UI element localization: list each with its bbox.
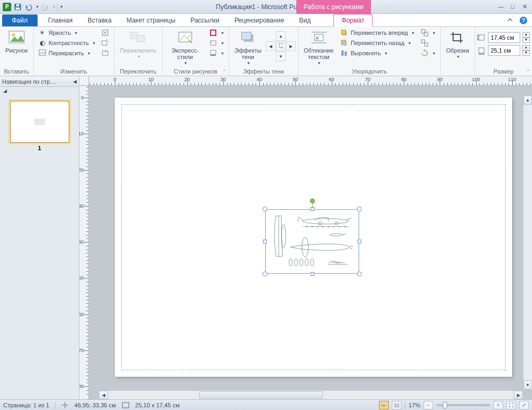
status-page[interactable]: Страница: 1 из 1 [3,402,49,408]
send-backward-label: Переместить назад [351,40,404,46]
caption-button[interactable]: ▼ [207,48,227,58]
redo-dropdown[interactable]: ▼ [52,5,56,9]
nudge-shadow-up[interactable]: ▲ [276,31,286,41]
width-down[interactable]: ▼ [522,50,530,56]
navigation-title: Навигация по стр… [2,78,56,85]
group-size-label[interactable]: Размер [477,68,530,76]
tab-review[interactable]: Рецензирование [227,14,292,26]
tab-view[interactable]: Вид [291,14,318,26]
vertical-scrollbar[interactable]: ▲ ▼ [523,96,532,390]
ungroup-button[interactable] [418,38,438,48]
horizontal-scrollbar[interactable]: ◀ ▶ [99,390,523,399]
rotate-button[interactable]: ▼ [418,48,438,58]
height-up[interactable]: ▲ [522,32,530,38]
svg-rect-10 [103,51,108,55]
page[interactable] [115,98,512,377]
brightness-button[interactable]: ☀ Яркость ▼ [36,28,98,38]
picture-border-button[interactable]: ▼ [207,28,227,38]
resize-handle-se[interactable] [357,272,362,276]
rotate-icon [420,49,429,57]
resize-handle-nw[interactable] [263,207,267,211]
fit-width[interactable]: ⤢ [519,401,529,409]
undo-dropdown[interactable]: ▼ [35,5,39,9]
compress-button[interactable] [99,28,112,38]
shadow-toggle[interactable] [276,41,286,51]
tab-home[interactable]: Главная [41,14,81,26]
tab-insert[interactable]: Вставка [80,14,119,26]
picture-button[interactable]: Рисунок [2,28,31,55]
scroll-left[interactable]: ◀ [99,391,108,399]
reset-picture-button[interactable] [99,48,112,58]
nudge-shadow-down[interactable]: ▼ [276,52,286,61]
crop-button[interactable]: Обрезка ▼ [443,28,472,60]
close-button[interactable]: ✕ [520,3,529,11]
tab-page-layout[interactable]: Макет страницы [119,14,183,26]
swap-icon [129,29,147,46]
tab-mailings[interactable]: Рассылки [183,14,227,26]
resize-handle-w[interactable] [263,240,267,244]
page-viewport[interactable]: ▲ ▼ ◀ ▶ [89,86,532,399]
save-icon[interactable] [13,2,23,12]
resize-handle-s[interactable] [310,272,314,276]
resize-handle-ne[interactable] [357,207,362,211]
group-button[interactable]: ▼ [418,28,438,38]
maximize-button[interactable]: □ [508,3,517,11]
recolor-button[interactable]: Перекрасить ▼ [36,48,98,58]
svg-rect-38 [479,48,484,53]
picture-shape-button[interactable]: ▼ [207,38,227,48]
vertical-ruler[interactable]: 01020304050607080 [79,86,89,399]
send-backward-button[interactable]: Переместить назад ▼ [338,38,417,48]
redo-icon[interactable] [40,2,50,12]
view-single-page[interactable]: ▭ [379,401,389,409]
ribbon-tabs: Файл Главная Вставка Макет страницы Расс… [0,14,532,27]
contrast-button[interactable]: ◐ Контрастность ▼ [36,38,98,48]
quick-access-toolbar: P ▼ ▼ ▼ [0,2,65,12]
app-icon[interactable]: P [2,2,12,12]
navigation-collapse[interactable]: ◀ [73,79,77,84]
resize-handle-sw[interactable] [263,272,267,276]
svg-point-40 [303,218,348,224]
nav-zoom[interactable]: ◢ [0,87,79,94]
horizontal-ruler[interactable]: 0102030405060708090100110 [89,76,532,86]
selected-picture[interactable] [265,209,359,274]
scroll-up[interactable]: ▲ [523,96,532,105]
ruler-corner[interactable] [79,76,89,86]
group-styles-label[interactable]: Стили рисунков [165,68,227,76]
scroll-down[interactable]: ▼ [523,380,532,390]
fit-page[interactable]: ⛶ [506,401,516,409]
nudge-shadow-left[interactable]: ◀ [266,41,275,51]
width-input[interactable] [488,45,520,56]
nudge-shadow-right[interactable]: ▶ [286,41,296,51]
resize-handle-e[interactable] [358,240,361,244]
zoom-out[interactable]: − [424,401,433,409]
height-icon [477,33,486,42]
zoom-slider[interactable] [436,404,490,406]
resize-handle-n[interactable] [310,207,314,211]
tab-format[interactable]: Формат [333,14,373,27]
height-input[interactable] [488,32,520,43]
minimize-ribbon-icon[interactable] [506,16,515,25]
undo-icon[interactable] [24,2,33,12]
shadow-effects-button[interactable]: Эффекты тени ▼ [231,28,265,66]
scroll-right[interactable]: ▶ [514,391,523,399]
wrap-text-button[interactable]: Обтекание текстом ▼ [301,28,337,66]
height-down[interactable]: ▼ [522,38,530,43]
position-icon [61,401,69,409]
rotation-handle[interactable] [310,199,315,203]
width-up[interactable]: ▲ [522,45,530,50]
qat-customize[interactable]: ▼ [60,5,63,9]
scroll-thumb[interactable] [199,391,323,399]
view-two-page[interactable]: ▯▯ [392,401,402,409]
file-tab[interactable]: Файл [2,14,38,26]
minimize-button[interactable]: — [497,3,505,11]
change-picture-button[interactable] [99,38,112,48]
brightness-icon: ☀ [38,28,47,37]
bring-forward-button[interactable]: Переместить вперед ▼ [338,28,417,38]
align-button[interactable]: Выровнять ▼ [338,48,417,58]
zoom-level[interactable]: 17% [409,402,420,408]
zoom-in[interactable]: + [493,401,503,409]
help-icon[interactable]: ? [519,16,528,25]
workspace: Навигация по стр… ◀ ◢ 1 0102030405060708… [0,76,532,399]
express-styles-button[interactable]: Экспресс-стили ▼ [165,28,206,66]
page-thumbnail[interactable] [10,101,69,143]
